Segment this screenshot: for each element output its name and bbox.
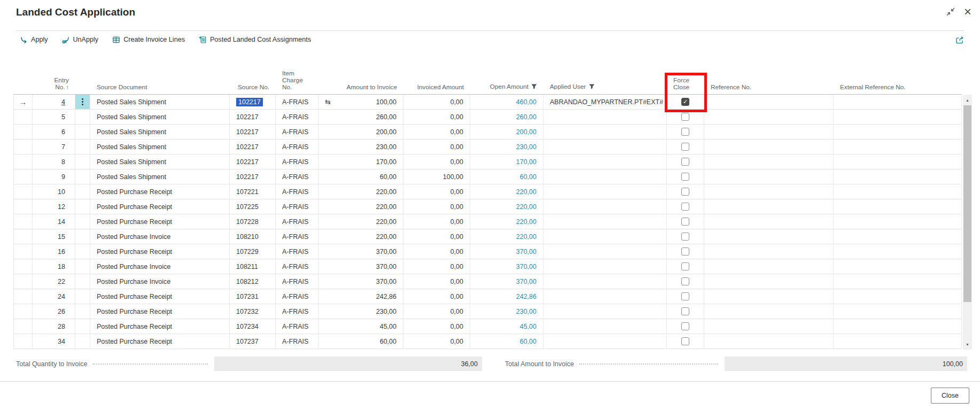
cell-amount-to-invoice[interactable]: 200,00 bbox=[318, 125, 403, 139]
cell-entry-no[interactable]: 22 bbox=[33, 274, 75, 289]
invoiced-amount-value[interactable]: 0,00 bbox=[450, 188, 463, 196]
cell-entry-no[interactable]: 24 bbox=[33, 289, 75, 304]
cell-external-reference-no[interactable] bbox=[834, 274, 962, 289]
cell-applied-user[interactable] bbox=[543, 110, 667, 124]
cell-amount-to-invoice[interactable]: 370,00 bbox=[318, 244, 403, 259]
force-close-checkbox[interactable] bbox=[681, 233, 689, 241]
entry-no-link[interactable]: 5 bbox=[61, 113, 65, 121]
cell-reference-no[interactable] bbox=[704, 304, 834, 319]
cell-open-amount[interactable]: 60,00 bbox=[470, 169, 543, 184]
entry-no-link[interactable]: 15 bbox=[58, 233, 65, 241]
source-document-value[interactable]: Posted Purchase Receipt bbox=[97, 218, 172, 226]
cell-source-document[interactable]: Posted Purchase Receipt bbox=[90, 289, 230, 304]
open-amount-link[interactable]: 60,00 bbox=[520, 173, 536, 181]
cell-amount-to-invoice[interactable]: 45,00 bbox=[318, 319, 403, 334]
invoiced-amount-value[interactable]: 0,00 bbox=[450, 158, 463, 166]
open-amount-link[interactable]: 460,00 bbox=[516, 98, 536, 106]
source-document-value[interactable]: Posted Sales Shipment bbox=[97, 128, 166, 136]
cell-external-reference-no[interactable] bbox=[834, 140, 962, 154]
cell-invoiced-amount[interactable]: 0,00 bbox=[403, 304, 470, 319]
source-document-value[interactable]: Posted Purchase Receipt bbox=[97, 293, 172, 300]
cell-invoiced-amount[interactable]: 0,00 bbox=[403, 140, 470, 154]
cell-amount-to-invoice[interactable]: 230,00 bbox=[318, 304, 403, 319]
cell-invoiced-amount[interactable]: 0,00 bbox=[403, 289, 470, 304]
source-no-value[interactable]: 107221 bbox=[236, 188, 259, 196]
cell-reference-no[interactable] bbox=[704, 289, 834, 304]
cell-entry-no[interactable]: 34 bbox=[33, 334, 75, 349]
entry-no-link[interactable]: 4 bbox=[61, 98, 65, 106]
cell-invoiced-amount[interactable]: 100,00 bbox=[403, 169, 470, 184]
cell-reference-no[interactable] bbox=[704, 110, 834, 124]
force-close-checkbox[interactable] bbox=[681, 292, 689, 300]
source-no-value[interactable]: 102217 bbox=[236, 143, 259, 151]
cell-open-amount[interactable]: 260,00 bbox=[470, 110, 543, 124]
cell-item-charge-no[interactable]: A-FRAIS bbox=[276, 304, 318, 319]
cell-item-charge-no[interactable]: A-FRAIS bbox=[276, 274, 318, 289]
cell-entry-no[interactable]: 6 bbox=[33, 125, 75, 139]
column-header-entry-no[interactable]: Entry No.↑ bbox=[33, 77, 75, 94]
cell-external-reference-no[interactable] bbox=[834, 304, 962, 319]
cell-applied-user[interactable] bbox=[543, 229, 667, 244]
posted-landed-cost-assignments-button[interactable]: Posted Landed Cost Assignments bbox=[199, 36, 311, 44]
cell-open-amount[interactable]: 370,00 bbox=[470, 259, 543, 274]
item-charge-no-value[interactable]: A-FRAIS bbox=[282, 248, 308, 256]
amount-to-invoice-value[interactable]: 242,86 bbox=[376, 293, 396, 300]
source-document-value[interactable]: Posted Sales Shipment bbox=[97, 158, 166, 166]
cell-reference-no[interactable] bbox=[704, 274, 834, 289]
entry-no-link[interactable]: 14 bbox=[58, 218, 65, 226]
cell-source-no[interactable]: 108212 bbox=[230, 274, 276, 289]
cell-source-no[interactable]: 107228 bbox=[230, 214, 276, 229]
force-close-checkbox[interactable] bbox=[681, 128, 689, 136]
cell-external-reference-no[interactable] bbox=[834, 319, 962, 334]
column-header-open-amount[interactable]: Open Amount bbox=[470, 83, 543, 94]
cell-reference-no[interactable] bbox=[704, 244, 834, 259]
source-document-value[interactable]: Posted Purchase Receipt bbox=[97, 248, 172, 256]
cell-source-no[interactable]: 107237 bbox=[230, 334, 276, 349]
item-charge-no-value[interactable]: A-FRAIS bbox=[282, 323, 308, 330]
cell-external-reference-no[interactable] bbox=[834, 229, 962, 244]
entry-no-link[interactable]: 34 bbox=[58, 338, 65, 345]
cell-invoiced-amount[interactable]: 0,00 bbox=[403, 95, 470, 109]
cell-reference-no[interactable] bbox=[704, 259, 834, 274]
cell-source-no[interactable]: 107229 bbox=[230, 244, 276, 259]
amount-to-invoice-value[interactable]: 370,00 bbox=[376, 263, 396, 270]
cell-invoiced-amount[interactable]: 0,00 bbox=[403, 214, 470, 229]
force-close-checkbox[interactable] bbox=[681, 247, 689, 256]
amount-to-invoice-value[interactable]: 230,00 bbox=[376, 143, 396, 151]
source-document-value[interactable]: Posted Sales Shipment bbox=[97, 173, 166, 181]
open-amount-link[interactable]: 370,00 bbox=[516, 248, 536, 256]
source-document-value[interactable]: Posted Purchase Invoice bbox=[97, 263, 170, 270]
source-no-value[interactable]: 108212 bbox=[236, 278, 259, 285]
force-close-checkbox[interactable] bbox=[681, 173, 689, 181]
cell-source-no[interactable]: 102217 bbox=[230, 169, 276, 184]
open-amount-link[interactable]: 60,00 bbox=[520, 338, 536, 345]
cell-applied-user[interactable] bbox=[543, 140, 667, 154]
cell-amount-to-invoice[interactable]: 220,00 bbox=[318, 199, 403, 214]
cell-reference-no[interactable] bbox=[704, 140, 834, 154]
open-amount-link[interactable]: 242,86 bbox=[516, 293, 536, 300]
cell-external-reference-no[interactable] bbox=[834, 259, 962, 274]
item-charge-no-value[interactable]: A-FRAIS bbox=[282, 98, 308, 106]
cell-source-document[interactable]: Posted Sales Shipment bbox=[90, 140, 230, 154]
cell-external-reference-no[interactable] bbox=[834, 199, 962, 214]
cell-entry-no[interactable]: 14 bbox=[33, 214, 75, 229]
cell-applied-user[interactable] bbox=[543, 259, 667, 274]
force-close-checkbox[interactable] bbox=[681, 218, 689, 226]
cell-open-amount[interactable]: 45,00 bbox=[470, 319, 543, 334]
cell-applied-user[interactable] bbox=[543, 154, 667, 169]
source-document-value[interactable]: Posted Sales Shipment bbox=[97, 113, 166, 121]
cell-source-no[interactable]: 108210 bbox=[230, 229, 276, 244]
cell-amount-to-invoice[interactable]: 170,00 bbox=[318, 154, 403, 169]
open-amount-link[interactable]: 230,00 bbox=[516, 308, 536, 315]
cell-item-charge-no[interactable]: A-FRAIS bbox=[276, 244, 318, 259]
invoiced-amount-value[interactable]: 0,00 bbox=[450, 308, 463, 315]
source-no-value[interactable]: 102217 bbox=[236, 128, 259, 136]
amount-to-invoice-value[interactable]: 170,00 bbox=[376, 158, 396, 166]
source-document-value[interactable]: Posted Purchase Receipt bbox=[97, 308, 172, 315]
cell-source-document[interactable]: Posted Purchase Receipt bbox=[90, 199, 230, 214]
scrollbar-thumb[interactable] bbox=[963, 105, 971, 302]
cell-source-no[interactable]: 102217 bbox=[230, 154, 276, 169]
cell-source-document[interactable]: Posted Purchase Invoice bbox=[90, 274, 230, 289]
item-charge-no-value[interactable]: A-FRAIS bbox=[282, 188, 308, 196]
cell-source-document[interactable]: Posted Purchase Receipt bbox=[90, 244, 230, 259]
